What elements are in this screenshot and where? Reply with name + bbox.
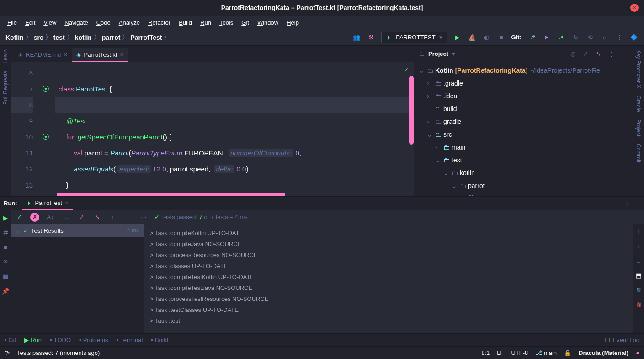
toolwindow-eventlog[interactable]: ❐ Event Log — [605, 337, 639, 343]
sort-icon[interactable]: A↓ — [46, 213, 55, 222]
scroll-up-icon[interactable]: ↑ — [634, 227, 643, 236]
close-icon[interactable]: × — [64, 51, 67, 58]
menu-git[interactable]: Git — [238, 17, 253, 28]
more-icon[interactable]: ⋮ — [615, 33, 624, 42]
menu-code[interactable]: Code — [93, 17, 114, 28]
code-editor[interactable]: 678910111213 ⦿ ⦿ class ParrotTest { @Tes… — [11, 62, 414, 196]
run-tab[interactable]: ⏵ ParrotTest × — [22, 197, 73, 210]
menu-analyze[interactable]: Analyze — [115, 17, 144, 28]
project-tree[interactable]: ⌄🗀 Kotlin [ParrotRefactoringKata] ~/Idea… — [414, 62, 633, 196]
editor-tab[interactable]: ◈ParrotTest.kt× — [72, 48, 128, 62]
soft-wrap-icon[interactable]: ≡ — [634, 256, 643, 265]
line-separator[interactable]: LF — [497, 349, 504, 356]
git-commit-icon[interactable]: ➤ — [542, 33, 551, 42]
menu-file[interactable]: File — [4, 17, 21, 28]
hide-icon[interactable]: — — [619, 49, 628, 59]
expand-icon[interactable]: ⤢ — [77, 213, 86, 222]
close-icon[interactable]: ✕ — [630, 4, 639, 12]
menu-edit[interactable]: Edit — [21, 17, 39, 28]
layout-button[interactable]: ▦ — [1, 272, 10, 281]
toolwindow-terminal[interactable]: ▪ Terminal — [117, 337, 143, 343]
project-title[interactable]: Project — [428, 50, 448, 57]
breadcrumb-item[interactable]: kotlin — [75, 34, 92, 41]
breadcrumb-item[interactable]: test — [53, 34, 65, 41]
code-content[interactable]: class ParrotTest { @Test fun getSpeedOfE… — [55, 62, 414, 196]
tree-item[interactable]: 🗀 build — [414, 102, 633, 115]
more-icon[interactable]: ⋯ — [139, 213, 148, 222]
close-icon[interactable]: × — [65, 199, 69, 206]
tree-item[interactable]: ⌄🗀 test — [414, 154, 633, 166]
tree-item[interactable]: Ⓒ ParrotTest — [414, 192, 633, 196]
more-icon[interactable]: ⋮ — [607, 49, 616, 59]
tree-item[interactable]: ›🗀 .gradle — [414, 77, 633, 90]
menu-window[interactable]: Window — [254, 17, 282, 28]
sort-time-icon[interactable]: ↓≡ — [61, 213, 70, 222]
tree-item[interactable]: ›🗀 gradle — [414, 115, 633, 128]
caret-position[interactable]: 8:1 — [481, 349, 490, 356]
expand-icon[interactable]: ⤢ — [581, 49, 590, 59]
toggle-button[interactable]: ⇄ — [1, 228, 10, 237]
rerun-button[interactable]: ▶ — [1, 213, 10, 222]
collapse-icon[interactable]: ⤡ — [594, 49, 603, 59]
menu-build[interactable]: Build — [175, 17, 196, 28]
pin-button[interactable]: 📌 — [1, 286, 10, 295]
toolwindow-git[interactable]: ▪ Git — [5, 337, 16, 343]
tree-root[interactable]: ⌄🗀 Kotlin [ParrotRefactoringKata] ~/Idea… — [414, 64, 633, 77]
watch-button[interactable]: 👁 — [1, 257, 10, 266]
collapse-icon[interactable]: ⤡ — [92, 213, 101, 222]
menu-run[interactable]: Run — [197, 17, 215, 28]
tool-key-promoter[interactable]: Key Promoter X — [635, 49, 642, 88]
stop-button[interactable]: ■ — [1, 242, 10, 252]
tool-commit[interactable]: Commit — [635, 144, 642, 162]
debug-button[interactable]: ⛵ — [468, 33, 477, 42]
tree-item[interactable]: ⌄🗀 src — [414, 128, 633, 141]
menu-refactor[interactable]: Refactor — [144, 17, 174, 28]
horizontal-scrollbar[interactable] — [57, 193, 285, 196]
run-button[interactable]: ▶ — [453, 33, 462, 42]
breadcrumb-item[interactable]: src — [34, 34, 43, 41]
tool-gradle[interactable]: Gradle — [635, 96, 642, 112]
target-icon[interactable]: ◎ — [568, 49, 577, 59]
test-console[interactable]: > Task :compileKotlin UP-TO-DATE> Task :… — [144, 224, 633, 333]
theme-name[interactable]: Dracula (Material) — [579, 349, 628, 356]
vertical-scrollbar[interactable] — [409, 76, 414, 145]
tool-learn[interactable]: Learn — [2, 49, 9, 64]
git-update-icon[interactable]: ↻ — [571, 33, 580, 42]
export-icon[interactable]: ⬒ — [634, 271, 643, 280]
toolwindow-run[interactable]: ▶ Run — [24, 337, 42, 343]
show-failed-icon[interactable]: ✗ — [30, 213, 39, 222]
ide-icon[interactable]: 🔷 — [629, 33, 639, 42]
more-icon[interactable]: ⋮ — [622, 199, 631, 208]
tree-item[interactable]: ›🗀 .idea — [414, 90, 633, 102]
tool-pull-requests[interactable]: Pull Requests — [2, 71, 9, 105]
print-icon[interactable]: 🖶 — [634, 285, 643, 295]
git-push-icon[interactable]: ↗ — [556, 33, 565, 42]
users-icon[interactable]: 👥 — [352, 33, 361, 42]
inspection-ok-icon[interactable]: ✓ — [404, 66, 409, 73]
coverage-button[interactable]: ◐ — [482, 33, 491, 42]
test-tree[interactable]: ⌄ ✓ Test Results 4 ms — [11, 224, 144, 333]
breadcrumb-item[interactable]: parrot — [102, 34, 120, 41]
stop-button[interactable]: ■ — [497, 33, 506, 42]
build-icon[interactable]: ⚒ — [367, 33, 376, 42]
breadcrumb-item[interactable]: ParrotTest — [130, 34, 162, 41]
sync-icon[interactable]: ⟳ — [5, 349, 10, 356]
tree-item[interactable]: ›🗀 main — [414, 141, 633, 154]
up-icon[interactable]: ↑ — [108, 213, 117, 222]
file-encoding[interactable]: UTF-8 — [511, 349, 528, 356]
git-branch[interactable]: ⎇ main — [535, 349, 557, 356]
git-history-icon[interactable]: ⟲ — [585, 33, 595, 42]
tree-item[interactable]: ⌄🗀 kotlin — [414, 166, 633, 179]
search-icon[interactable]: ⌕ — [600, 33, 609, 42]
close-icon[interactable]: × — [120, 51, 123, 58]
scroll-down-icon[interactable]: ↓ — [634, 241, 643, 251]
test-results-root[interactable]: ⌄ ✓ Test Results 4 ms — [11, 224, 144, 237]
show-passed-icon[interactable]: ✓ — [15, 213, 24, 222]
editor-gutter[interactable]: ⦿ ⦿ — [37, 62, 55, 196]
delete-icon[interactable]: 🗑 — [634, 300, 643, 309]
menu-tools[interactable]: Tools — [216, 17, 237, 28]
tool-project[interactable]: Project — [635, 119, 642, 136]
breadcrumb-item[interactable]: Kotlin — [5, 34, 24, 41]
toolwindow-todo[interactable]: ▪ TODO — [50, 337, 71, 343]
menu-help[interactable]: Help — [283, 17, 303, 28]
